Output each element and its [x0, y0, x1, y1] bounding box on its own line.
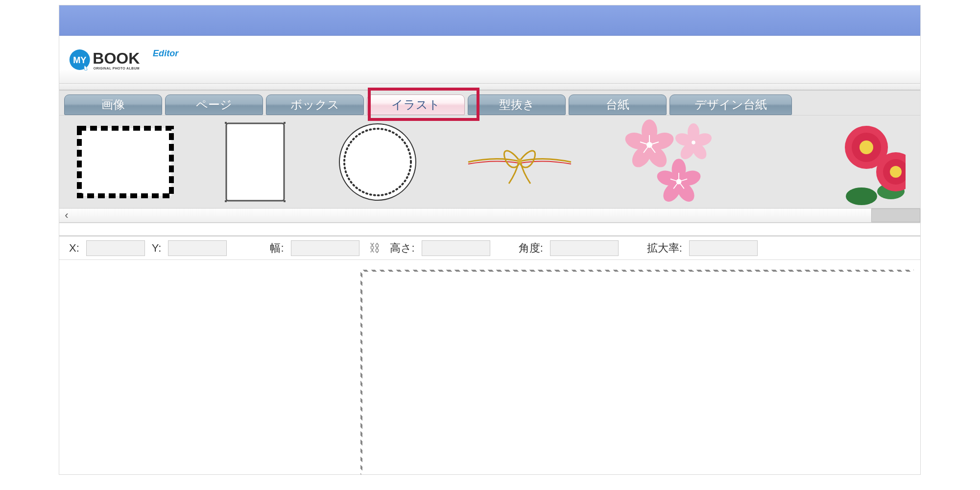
prop-x-input[interactable] — [86, 240, 145, 256]
prop-angle-label: 角度: — [519, 241, 543, 256]
illust-item-gold-ribbon[interactable] — [466, 123, 574, 201]
tab-page[interactable]: ページ — [165, 94, 263, 115]
illust-item-camellia[interactable] — [832, 123, 906, 201]
illust-scrollbar[interactable]: ‹ — [59, 208, 920, 223]
svg-point-42 — [860, 140, 873, 154]
prop-y-label: Y: — [152, 242, 162, 255]
properties-row: X: Y: 幅: ⛓ 高さ: 角度: 拡大率: — [59, 236, 920, 260]
logo-bar: MY BOOK Editor ORIGINAL PHOTO ALBUM — [59, 36, 920, 84]
tab-design-mount[interactable]: デザイン台紙 — [669, 94, 792, 115]
tab-mount[interactable]: 台紙 — [569, 94, 667, 115]
prop-height-label: 高さ: — [390, 241, 415, 256]
prop-zoom-label: 拡大率: — [647, 241, 682, 256]
svg-point-45 — [890, 166, 902, 178]
prop-angle-input[interactable] — [550, 240, 619, 256]
mybook-editor-logo: MY BOOK Editor ORIGINAL PHOTO ALBUM — [68, 43, 215, 77]
prop-y-input[interactable] — [168, 240, 227, 256]
svg-rect-4 — [284, 122, 286, 124]
tab-box[interactable]: ボックス — [266, 94, 364, 115]
svg-rect-1 — [79, 128, 171, 196]
scrollbar-thumb[interactable] — [871, 209, 920, 222]
tabs-row: 画像 ページ ボックス イラスト 型抜き 台紙 デザイン台紙 — [59, 91, 920, 115]
tab-diecut[interactable]: 型抜き — [468, 94, 566, 115]
logo-main-text: BOOK — [93, 49, 140, 67]
canvas-area[interactable] — [59, 260, 920, 475]
svg-rect-3 — [225, 122, 227, 124]
svg-rect-2 — [226, 123, 284, 201]
svg-point-26 — [692, 140, 695, 144]
illust-item-thin-rect[interactable] — [221, 123, 289, 201]
svg-rect-5 — [225, 200, 227, 202]
prop-x-label: X: — [69, 242, 79, 255]
toolbar-spacer — [59, 84, 920, 91]
svg-point-20 — [646, 142, 652, 148]
tab-image[interactable]: 画像 — [64, 94, 162, 115]
illust-item-dashed-rect[interactable] — [74, 123, 177, 201]
page-preview[interactable] — [360, 270, 914, 475]
prop-width-input[interactable] — [291, 240, 359, 256]
illust-item-sakura[interactable] — [618, 123, 725, 201]
separator-bar — [59, 223, 920, 236]
svg-rect-6 — [284, 200, 286, 202]
prop-height-input[interactable] — [422, 240, 490, 256]
svg-point-9 — [517, 159, 522, 163]
logo-sub-text: Editor — [153, 48, 179, 58]
svg-point-7 — [339, 124, 416, 200]
svg-point-38 — [846, 187, 877, 205]
outer-frame: MY BOOK Editor ORIGINAL PHOTO ALBUM 画像 ペ… — [0, 0, 980, 490]
prop-zoom-input[interactable] — [689, 240, 758, 256]
tab-illust[interactable]: イラスト — [367, 94, 465, 115]
svg-point-37 — [676, 179, 682, 184]
app-window: MY BOOK Editor ORIGINAL PHOTO ALBUM 画像 ペ… — [59, 5, 921, 475]
illust-item-dotted-circle[interactable] — [334, 123, 422, 201]
tabs-panel-container: 画像 ページ ボックス イラスト 型抜き 台紙 デザイン台紙 — [59, 91, 920, 223]
illustration-panel — [59, 115, 920, 208]
link-aspect-icon[interactable]: ⛓ — [366, 242, 383, 255]
logo-badge-text: MY — [73, 55, 86, 65]
title-bar — [59, 5, 920, 36]
prop-width-label: 幅: — [270, 241, 284, 256]
logo-tagline-text: ORIGINAL PHOTO ALBUM — [94, 66, 140, 70]
scroll-left-button[interactable]: ‹ — [59, 209, 74, 222]
